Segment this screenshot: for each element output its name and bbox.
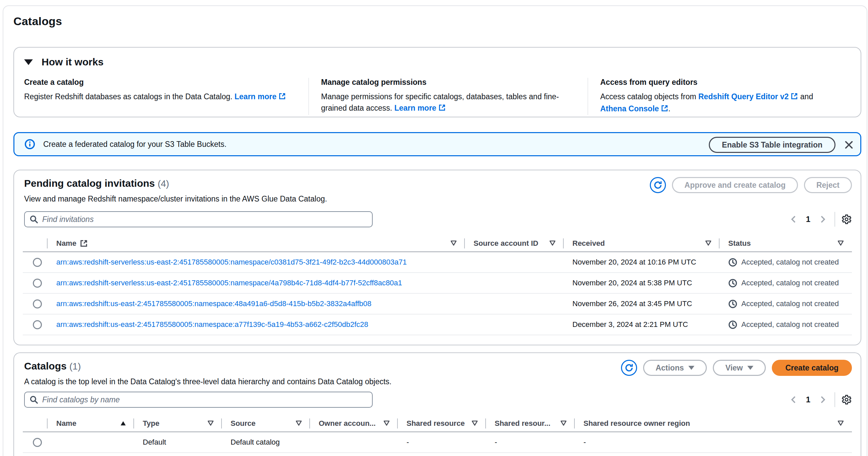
- filter-icon[interactable]: [549, 239, 556, 248]
- card-body: Access catalog objects from: [600, 92, 696, 101]
- shared-resource-cell: -: [398, 438, 486, 447]
- card-heading: Access from query editors: [600, 78, 837, 87]
- filter-icon[interactable]: [837, 419, 844, 428]
- approve-and-create-catalog-button[interactable]: Approve and create catalog: [672, 177, 798, 193]
- column-status[interactable]: Status: [719, 235, 852, 251]
- external-link-icon: [438, 103, 446, 114]
- select-all-column: [23, 416, 48, 431]
- filter-icon[interactable]: [471, 419, 478, 428]
- catalogs-count: (1): [69, 361, 81, 371]
- athena-console-link[interactable]: Athena Console: [600, 104, 668, 113]
- column-shared-resource-owner-region[interactable]: Shared resource owner region: [575, 416, 852, 431]
- previous-page-icon[interactable]: [788, 394, 799, 405]
- search-icon: [30, 395, 38, 404]
- table-row: arn:aws:redshift-serverless:us-east-2:45…: [23, 273, 852, 294]
- filter-icon[interactable]: [383, 419, 390, 428]
- next-page-icon[interactable]: [817, 394, 829, 405]
- invitations-count: (4): [157, 178, 169, 189]
- type-cell: Default: [134, 438, 222, 447]
- refresh-icon[interactable]: [621, 360, 637, 376]
- table-row: arn:aws:redshift-serverless:us-east-2:45…: [23, 252, 852, 273]
- how-it-works-panel: How it works Create a catalog Register R…: [13, 47, 861, 117]
- external-link-icon: [80, 239, 88, 247]
- status-cell: Accepted, catalog not created: [719, 258, 852, 267]
- refresh-icon[interactable]: [650, 177, 666, 193]
- column-name[interactable]: Name: [48, 235, 465, 251]
- column-shared-resource-2[interactable]: Shared resour...: [486, 416, 575, 431]
- filter-icon[interactable]: [208, 419, 214, 428]
- invitations-table-header: Name Source account ID Received Status: [23, 235, 852, 252]
- close-icon[interactable]: [843, 140, 854, 151]
- status-text: Accepted, catalog not created: [741, 279, 839, 287]
- row-radio[interactable]: [33, 299, 42, 308]
- clock-icon: [728, 258, 737, 267]
- row-radio[interactable]: [33, 258, 42, 267]
- find-invitations-search[interactable]: [24, 211, 373, 227]
- row-radio[interactable]: [33, 320, 42, 329]
- filter-icon[interactable]: [296, 419, 302, 428]
- shared-resource-owner-region-cell: -: [575, 438, 852, 447]
- column-name[interactable]: Name: [48, 416, 134, 431]
- column-type[interactable]: Type: [134, 416, 222, 431]
- catalogs-title: Catalogs (1): [24, 360, 81, 372]
- column-shared-resource[interactable]: Shared resource: [398, 416, 486, 431]
- catalogs-table-header: Name Type Source Owner accoun... Shared …: [23, 416, 852, 432]
- actions-dropdown[interactable]: Actions: [643, 360, 707, 376]
- status-cell: Accepted, catalog not created: [719, 320, 852, 329]
- enable-s3-table-integration-button[interactable]: Enable S3 Table integration: [709, 137, 836, 153]
- next-page-icon[interactable]: [817, 214, 829, 225]
- column-owner-account[interactable]: Owner accoun...: [310, 416, 398, 431]
- clock-icon: [728, 279, 737, 288]
- received-cell: November 26, 2024 at 3:45 PM UTC: [564, 299, 719, 308]
- catalogs-pagination: 1: [788, 392, 852, 407]
- catalogs-panel: Catalogs (1) Actions View Create catalog…: [13, 353, 861, 456]
- gear-icon[interactable]: [841, 394, 852, 405]
- pending-invitations-description: View and manage Redshift namespace/clust…: [24, 194, 327, 204]
- filter-icon[interactable]: [705, 239, 712, 248]
- filter-icon[interactable]: [560, 419, 567, 428]
- catalogs-table: Name Type Source Owner accoun... Shared …: [14, 416, 861, 453]
- column-source[interactable]: Source: [222, 416, 310, 431]
- invitation-name-link[interactable]: arn:aws:redshift:us-east-2:451785580005:…: [56, 299, 371, 308]
- search-input[interactable]: [42, 395, 367, 404]
- redshift-query-editor-link[interactable]: Redshift Query Editor v2: [699, 92, 798, 101]
- card-access-query-editors: Access from query editors Access catalog…: [588, 78, 850, 115]
- card-manage-permissions: Manage catalog permissions Manage permis…: [308, 78, 588, 115]
- card-body: Register Redshift databases as catalogs …: [24, 92, 232, 101]
- status-cell: Accepted, catalog not created: [719, 279, 852, 288]
- status-text: Accepted, catalog not created: [741, 320, 839, 329]
- learn-more-link[interactable]: Learn more: [395, 103, 446, 112]
- create-catalog-button[interactable]: Create catalog: [772, 360, 852, 376]
- select-all-column: [23, 235, 48, 251]
- invitation-name-link[interactable]: arn:aws:redshift:us-east-2:451785580005:…: [56, 320, 368, 329]
- column-received[interactable]: Received: [564, 235, 719, 251]
- invitation-name-link[interactable]: arn:aws:redshift-serverless:us-east-2:45…: [56, 258, 407, 266]
- table-row: arn:aws:redshift:us-east-2:451785580005:…: [23, 314, 852, 335]
- row-radio[interactable]: [33, 438, 42, 447]
- sort-ascending-icon[interactable]: [120, 419, 126, 428]
- filter-icon[interactable]: [451, 239, 457, 248]
- card-heading: Create a catalog: [24, 78, 295, 87]
- search-icon: [30, 215, 38, 224]
- view-dropdown[interactable]: View: [713, 360, 766, 376]
- find-catalogs-search[interactable]: [24, 392, 373, 408]
- reject-button[interactable]: Reject: [804, 177, 852, 193]
- clock-icon: [728, 320, 737, 329]
- gear-icon[interactable]: [841, 214, 852, 225]
- info-banner: Create a federated catalog for your S3 T…: [13, 132, 861, 156]
- how-it-works-header[interactable]: How it works: [24, 56, 850, 68]
- info-icon: [25, 139, 35, 150]
- filter-icon[interactable]: [837, 239, 844, 248]
- row-radio[interactable]: [33, 279, 42, 288]
- learn-more-link[interactable]: Learn more: [235, 92, 286, 101]
- external-link-icon: [661, 103, 668, 115]
- search-input[interactable]: [42, 215, 367, 224]
- collapse-icon: [24, 59, 33, 65]
- invitations-pagination: 1: [788, 212, 852, 227]
- invitation-name-link[interactable]: arn:aws:redshift-serverless:us-east-2:45…: [56, 279, 402, 287]
- invitations-table: Name Source account ID Received Status a…: [14, 235, 861, 335]
- previous-page-icon[interactable]: [788, 214, 799, 225]
- column-source-account-id[interactable]: Source account ID: [465, 235, 564, 251]
- how-it-works-columns: Create a catalog Register Redshift datab…: [24, 78, 850, 115]
- clock-icon: [728, 299, 737, 308]
